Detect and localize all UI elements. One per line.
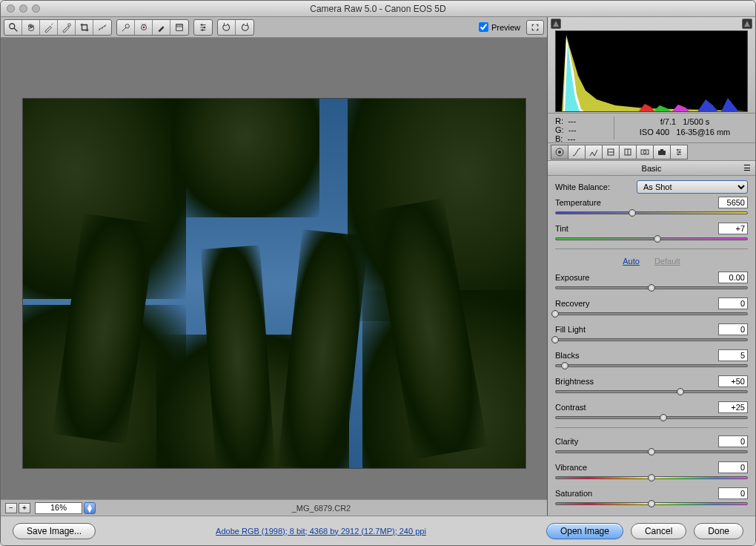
- image-preview[interactable]: [1, 38, 547, 499]
- close-traffic-light[interactable]: [7, 4, 15, 13]
- rotate-ccw-icon[interactable]: [218, 20, 236, 35]
- window-title: Camera Raw 5.0 - Canon EOS 5D: [310, 4, 445, 14]
- exposure-label: Exposure: [555, 273, 718, 282]
- workflow-options-link[interactable]: Adobe RGB (1998); 8 bit; 4368 by 2912 (1…: [103, 527, 539, 536]
- svg-point-33: [677, 154, 679, 155]
- clarity-label: Clarity: [555, 437, 718, 446]
- tab-basic-icon[interactable]: [551, 145, 568, 159]
- svg-point-19: [558, 151, 561, 154]
- svg-rect-26: [658, 151, 666, 155]
- tab-tone-curve-icon[interactable]: [568, 145, 586, 159]
- svg-rect-9: [176, 24, 183, 27]
- brightness-label: Brightness: [555, 377, 718, 386]
- contrast-input[interactable]: [718, 401, 748, 413]
- straighten-tool-icon[interactable]: [93, 20, 111, 35]
- temperature-slider[interactable]: [555, 209, 748, 217]
- zoom-stepper-icon[interactable]: ▲▼: [84, 502, 96, 514]
- white-balance-tool-icon[interactable]: [40, 20, 58, 35]
- red-eye-tool-icon[interactable]: [135, 20, 153, 35]
- recovery-slider[interactable]: [555, 310, 748, 318]
- tint-slider[interactable]: [555, 235, 748, 243]
- contrast-slider[interactable]: [555, 414, 748, 421]
- recovery-label: Recovery: [555, 299, 718, 308]
- zoom-tool-icon[interactable]: [4, 20, 22, 35]
- cancel-button[interactable]: Cancel: [631, 523, 686, 539]
- zoom-level-select[interactable]: 16%: [35, 502, 82, 514]
- tab-lens-corrections-icon[interactable]: [636, 145, 654, 159]
- fullscreen-toggle-icon[interactable]: [526, 20, 544, 35]
- exposure-input[interactable]: [718, 272, 748, 283]
- tint-label: Tint: [555, 224, 718, 233]
- adjustment-brush-tool-icon[interactable]: [153, 20, 170, 35]
- filllight-slider[interactable]: [555, 336, 748, 343]
- recovery-input[interactable]: [718, 297, 748, 309]
- svg-point-15: [202, 29, 204, 31]
- blacks-slider[interactable]: [555, 362, 748, 369]
- hand-tool-icon[interactable]: [22, 20, 40, 35]
- white-balance-label: White Balance:: [555, 182, 632, 191]
- clarity-slider[interactable]: [555, 448, 748, 455]
- spot-removal-tool-icon[interactable]: [117, 20, 135, 35]
- top-toolbar: Preview: [1, 17, 547, 38]
- svg-point-32: [679, 151, 680, 153]
- brightness-input[interactable]: [718, 375, 748, 387]
- blacks-label: Blacks: [555, 351, 718, 360]
- tab-camera-calibration-icon[interactable]: [653, 145, 671, 159]
- tint-input[interactable]: [718, 223, 748, 234]
- svg-point-31: [677, 149, 678, 151]
- svg-point-5: [142, 26, 145, 28]
- histogram-chart: [555, 30, 748, 112]
- svg-point-13: [201, 24, 203, 26]
- open-image-button[interactable]: Open Image: [546, 523, 623, 539]
- vibrance-slider[interactable]: [555, 474, 748, 481]
- save-image-button[interactable]: Save Image...: [13, 523, 96, 539]
- minimize-traffic-light[interactable]: [19, 4, 27, 13]
- preferences-tool-icon[interactable]: [194, 20, 212, 35]
- tab-split-toning-icon[interactable]: [619, 145, 637, 159]
- zoom-traffic-light[interactable]: [32, 4, 40, 13]
- window-titlebar: Camera Raw 5.0 - Canon EOS 5D: [1, 1, 755, 17]
- saturation-input[interactable]: [718, 487, 748, 499]
- shadow-clip-warning-icon[interactable]: [551, 19, 561, 29]
- color-sampler-tool-icon[interactable]: [58, 20, 76, 35]
- svg-line-7: [144, 24, 146, 24]
- highlight-clip-warning-icon[interactable]: [742, 19, 752, 29]
- histogram-panel: [548, 17, 755, 114]
- svg-rect-27: [660, 149, 663, 151]
- filllight-input[interactable]: [718, 323, 748, 335]
- white-balance-select[interactable]: As Shot: [637, 180, 748, 194]
- svg-point-25: [643, 151, 646, 154]
- clarity-input[interactable]: [718, 435, 748, 447]
- preview-checkbox[interactable]: Preview: [479, 22, 520, 32]
- default-link[interactable]: Default: [654, 257, 680, 266]
- metadata-readout: R: --- G: --- B: --- f/7.1 1/500 s ISO 4…: [548, 114, 755, 143]
- tab-detail-icon[interactable]: [585, 145, 603, 159]
- preview-label: Preview: [491, 23, 520, 32]
- temperature-input[interactable]: [718, 197, 748, 208]
- blacks-input[interactable]: [718, 349, 748, 361]
- svg-point-2: [67, 23, 70, 26]
- graduated-filter-tool-icon[interactable]: [170, 20, 188, 35]
- filename-label: _MG_6879.CR2: [100, 504, 543, 513]
- tab-presets-icon[interactable]: [670, 145, 688, 159]
- rotate-cw-icon[interactable]: [236, 20, 253, 35]
- filllight-label: Fill Light: [555, 325, 718, 334]
- svg-line-6: [142, 24, 144, 24]
- crop-tool-icon[interactable]: [76, 20, 93, 35]
- temperature-label: Temperature: [555, 198, 718, 207]
- vibrance-input[interactable]: [718, 461, 748, 473]
- saturation-label: Saturation: [555, 489, 718, 498]
- panel-title: Basic ☰: [548, 161, 755, 176]
- exposure-slider[interactable]: [555, 284, 748, 292]
- tab-hsl-icon[interactable]: [602, 145, 620, 159]
- done-button[interactable]: Done: [694, 523, 743, 539]
- auto-link[interactable]: Auto: [623, 257, 640, 266]
- panel-menu-icon[interactable]: ☰: [743, 163, 751, 173]
- brightness-slider[interactable]: [555, 388, 748, 395]
- zoom-in-button[interactable]: +: [19, 503, 30, 513]
- svg-line-1: [13, 27, 16, 30]
- saturation-slider[interactable]: [555, 500, 748, 507]
- zoom-out-button[interactable]: −: [5, 503, 17, 513]
- svg-point-0: [9, 23, 14, 28]
- contrast-label: Contrast: [555, 403, 718, 412]
